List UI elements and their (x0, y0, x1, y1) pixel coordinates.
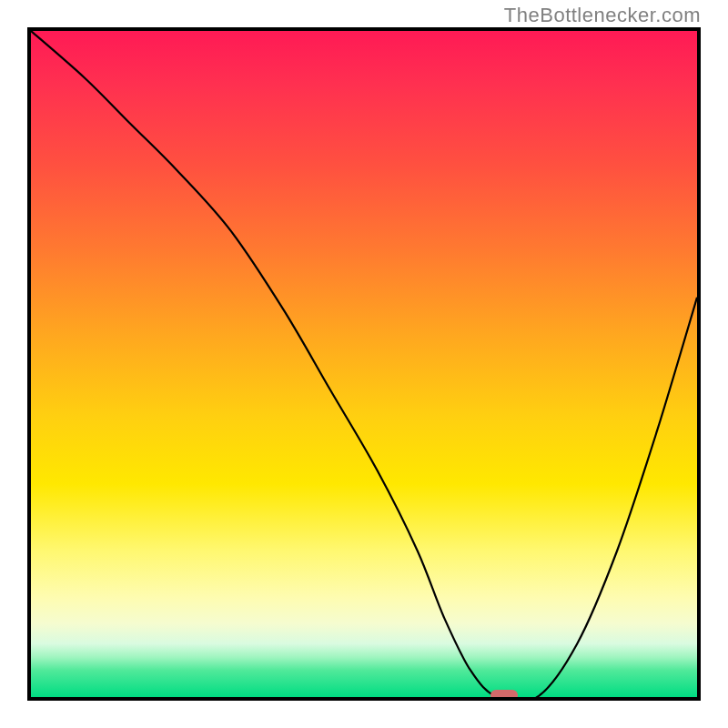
plot-area (27, 27, 701, 701)
optimal-point-marker (490, 690, 518, 701)
source-label: TheBottlenecker.com (504, 4, 701, 27)
bottleneck-curve-path (31, 31, 697, 697)
chart-container: TheBottlenecker.com (0, 0, 728, 728)
curve-svg (31, 31, 697, 697)
